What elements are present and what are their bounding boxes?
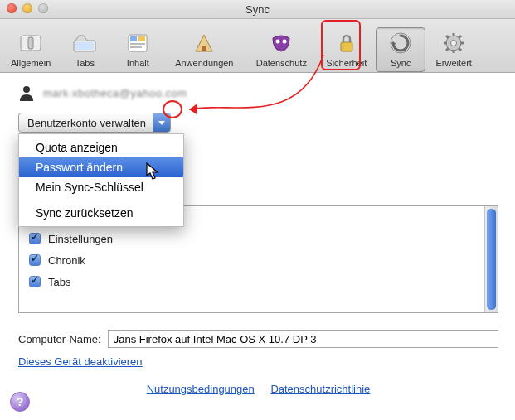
svg-point-15 <box>451 41 457 46</box>
computer-name-label: Computer-Name: <box>18 333 101 345</box>
content-icon <box>124 30 151 56</box>
close-button[interactable] <box>7 3 17 13</box>
lock-icon <box>333 30 360 56</box>
account-row: mark·xbotheca@yahoo.com <box>18 84 498 101</box>
menu-item-label: Sync zurücksetzen <box>36 206 134 220</box>
manage-account-menu: Quota anzeigen Passwort ändern Mein Sync… <box>18 133 184 227</box>
menu-item-label: Quota anzeigen <box>36 141 118 154</box>
tab-label: Anwendungen <box>175 58 233 68</box>
combo-label: Benutzerkonto verwalten <box>19 117 153 129</box>
svg-point-24 <box>23 86 30 93</box>
menu-item-reset-sync[interactable]: Sync zurücksetzen <box>19 203 183 223</box>
footer-links: Nutzungsbedingungen Datenschutzrichtlini… <box>18 383 498 395</box>
deactivate-device-link[interactable]: Dieses Gerät deaktivieren <box>18 355 143 368</box>
menu-separator <box>20 200 182 200</box>
svg-line-22 <box>459 36 461 38</box>
terms-link[interactable]: Nutzungsbedingungen <box>147 383 255 395</box>
menu-item-quota[interactable]: Quota anzeigen <box>19 138 183 157</box>
manage-account-combo[interactable]: Benutzerkonto verwalten <box>18 113 171 133</box>
tab-label: Sicherheit <box>326 58 367 68</box>
computer-name-field[interactable] <box>108 330 498 348</box>
traffic-lights <box>7 3 48 13</box>
privacy-link[interactable]: Datenschutzrichtlinie <box>270 383 370 395</box>
mask-icon <box>268 30 294 56</box>
zoom-button[interactable] <box>38 3 48 13</box>
minimize-button[interactable] <box>22 3 32 13</box>
tab-label: Tabs <box>75 58 95 68</box>
tab-label: Allgemein <box>11 58 51 68</box>
tab-applications[interactable]: Anwendungen <box>166 27 242 72</box>
tab-advanced[interactable]: Erweitert <box>429 27 479 72</box>
tabs-icon <box>71 30 98 56</box>
svg-line-20 <box>446 36 449 38</box>
svg-line-23 <box>446 48 449 51</box>
svg-rect-12 <box>341 42 352 51</box>
window-title: Sync <box>245 3 270 16</box>
scrollbar[interactable] <box>484 206 498 312</box>
list-item-label: Einstellungen <box>48 233 113 245</box>
tab-sync[interactable]: Sync <box>376 27 425 72</box>
svg-line-21 <box>459 48 461 51</box>
menu-item-change-password[interactable]: Passwort ändern <box>19 157 183 177</box>
tab-content[interactable]: Inhalt <box>113 27 163 72</box>
tab-security[interactable]: Sicherheit <box>320 27 372 72</box>
list-item-label: Chronik <box>48 254 85 267</box>
list-item[interactable]: Tabs <box>19 271 498 292</box>
menu-item-sync-key[interactable]: Mein Sync-Schlüssel <box>19 177 183 197</box>
person-icon <box>18 84 35 101</box>
svg-rect-3 <box>75 42 94 50</box>
help-button[interactable]: ? <box>10 392 30 412</box>
tab-label: Erweitert <box>436 58 472 68</box>
scrollbar-thumb[interactable] <box>487 209 496 310</box>
tab-tabs[interactable]: Tabs <box>60 27 109 72</box>
svg-point-11 <box>283 40 287 44</box>
svg-rect-5 <box>130 36 137 41</box>
checkbox-tabs[interactable] <box>29 276 41 287</box>
list-item[interactable]: Einstellungen <box>19 228 498 249</box>
list-item-label: Tabs <box>48 276 70 288</box>
tab-privacy[interactable]: Datenschutz <box>245 27 317 72</box>
computer-name-row: Computer-Name: <box>18 330 498 348</box>
tab-label: Inhalt <box>127 58 149 68</box>
svg-rect-1 <box>28 37 33 49</box>
menu-item-label: Mein Sync-Schlüssel <box>36 181 143 194</box>
checkbox-preferences[interactable] <box>29 233 41 244</box>
svg-point-10 <box>276 40 280 44</box>
gear-icon <box>440 30 467 56</box>
chevron-down-icon <box>153 113 170 132</box>
checkbox-history[interactable] <box>29 254 41 266</box>
sync-icon <box>387 30 414 56</box>
svg-rect-6 <box>138 36 145 41</box>
tab-label: Sync <box>391 58 411 68</box>
switch-icon <box>17 30 44 56</box>
svg-rect-7 <box>130 43 145 45</box>
help-glyph: ? <box>17 395 24 408</box>
list-item[interactable]: Chronik <box>19 249 498 271</box>
preferences-toolbar: Allgemein Tabs <box>0 19 515 73</box>
apps-icon <box>191 30 217 56</box>
menu-item-label: Passwort ändern <box>36 161 123 174</box>
sync-pane: mark·xbotheca@yahoo.com Benutzerkonto ve… <box>0 73 515 403</box>
account-email: mark·xbotheca@yahoo.com <box>43 87 187 99</box>
titlebar: Sync <box>0 0 515 19</box>
tab-label: Datenschutz <box>256 58 307 68</box>
svg-rect-8 <box>130 46 142 48</box>
preferences-window: Sync Allgemein Tabs <box>0 0 515 420</box>
tab-general[interactable]: Allgemein <box>5 27 56 72</box>
svg-rect-9 <box>202 46 206 51</box>
